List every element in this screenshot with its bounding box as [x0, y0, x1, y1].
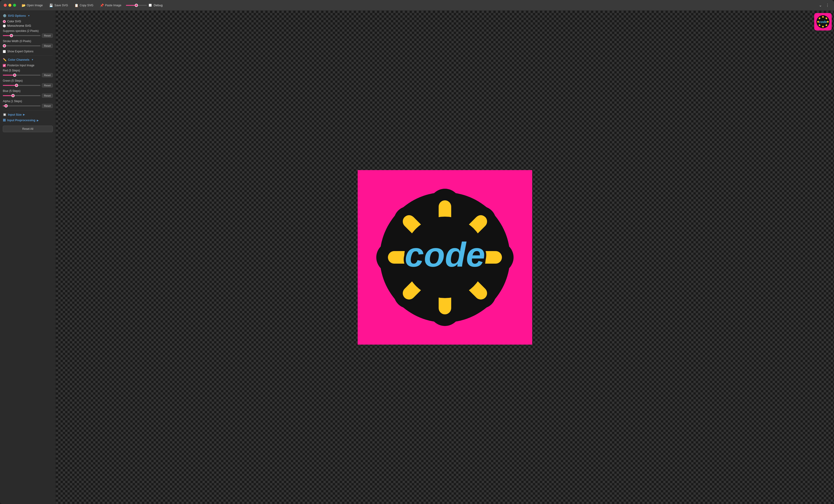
color-channels-header[interactable]: ✏️ Color Channels ▼: [3, 58, 53, 61]
paste-image-label: Paste Image: [105, 4, 121, 7]
color-channels-chevron: ▼: [31, 59, 34, 61]
stroke-width-reset-button[interactable]: Reset: [42, 44, 53, 48]
svg-options-label: SVG Options: [8, 14, 26, 18]
maximize-button[interactable]: [13, 4, 16, 7]
input-preprocessing-chevron: ▶: [37, 119, 39, 122]
stroke-width-slider[interactable]: [3, 45, 41, 46]
input-preprocessing-header[interactable]: 🖼 Input Preprocessing ▶: [3, 119, 53, 122]
save-svg-button[interactable]: 💾 Save SVG: [47, 3, 70, 8]
suppress-speckles-reset-button[interactable]: Reset: [42, 34, 53, 38]
save-svg-icon: 💾: [49, 3, 53, 7]
suppress-speckles-row: Reset: [3, 34, 53, 38]
input-preprocessing-label: Input Preprocessing: [7, 119, 35, 122]
debug-label: Debug: [154, 3, 162, 7]
stroke-width-row: Reset: [3, 44, 53, 48]
blue-row: Reset: [3, 93, 53, 98]
thumbnail: code: [814, 13, 832, 30]
show-expert-options-checkbox[interactable]: [3, 50, 6, 53]
close-button[interactable]: [4, 4, 7, 7]
green-row: Reset: [3, 83, 53, 87]
show-expert-options-label: Show Expert Options: [7, 50, 34, 53]
traffic-lights: [4, 4, 16, 7]
save-svg-label: Save SVG: [54, 4, 68, 7]
alpha-reset-button[interactable]: Reset: [42, 104, 53, 108]
suppress-speckles-slider[interactable]: [3, 35, 41, 36]
reset-all-button[interactable]: Reset All: [3, 126, 53, 132]
red-row: Reset: [3, 73, 53, 77]
blue-label: Blue (5 Steps): [3, 89, 53, 93]
main-content: ⚙️ SVG Options ▼ Color SVG Monochrome SV…: [0, 11, 834, 504]
open-image-button[interactable]: 📂 Open Image: [20, 3, 45, 8]
green-reset-button[interactable]: Reset: [42, 83, 53, 87]
sidebar: ⚙️ SVG Options ▼ Color SVG Monochrome SV…: [0, 11, 56, 504]
alpha-label: Alpha (1 Steps): [3, 100, 53, 103]
svg-text:code: code: [819, 20, 827, 24]
color-svg-label: Color SVG: [7, 20, 21, 23]
input-preprocessing-icon: 🖼: [3, 119, 6, 122]
copy-svg-label: Copy SVG: [80, 4, 93, 7]
blue-slider[interactable]: [3, 95, 41, 96]
titlebar: 📂 Open Image 💾 Save SVG 📋 Copy SVG 📌 Pas…: [0, 0, 834, 11]
copy-svg-icon: 📋: [74, 3, 78, 7]
alpha-slider[interactable]: [3, 105, 41, 106]
input-size-chevron: ▶: [23, 113, 25, 116]
red-reset-button[interactable]: Reset: [42, 73, 53, 77]
canvas-image: code code code: [358, 170, 532, 345]
paste-image-button[interactable]: 📌 Paste Image: [98, 3, 123, 8]
collapse-button[interactable]: ⌄: [818, 2, 823, 8]
alpha-row: Reset: [3, 104, 53, 108]
debug-area: Debug: [126, 3, 162, 7]
debug-slider[interactable]: [126, 5, 147, 6]
main-window: 📂 Open Image 💾 Save SVG 📋 Copy SVG 📌 Pas…: [0, 0, 834, 504]
color-svg-radio[interactable]: [3, 20, 6, 23]
debug-checkbox[interactable]: [149, 4, 152, 7]
svg-options-header[interactable]: ⚙️ SVG Options ▼: [3, 14, 53, 18]
red-label: Red (5 Steps): [3, 69, 53, 72]
red-slider[interactable]: [3, 75, 41, 75]
monochrome-svg-label: Monochrome SVG: [7, 24, 31, 27]
svg-options-chevron: ▼: [28, 15, 30, 17]
menu-button[interactable]: ⋮: [825, 2, 830, 8]
green-slider[interactable]: [3, 85, 41, 86]
open-image-icon: 📂: [22, 3, 25, 7]
show-expert-options-row[interactable]: Show Expert Options: [3, 50, 53, 53]
posterize-checkbox[interactable]: [3, 64, 6, 67]
paste-image-icon: 📌: [100, 3, 104, 7]
posterize-row[interactable]: Posterize Input Image: [3, 64, 53, 67]
suppress-speckles-label: Suppress speckles (2 Pixels): [3, 29, 53, 32]
blue-reset-button[interactable]: Reset: [42, 93, 53, 98]
green-label: Green (5 Steps): [3, 79, 53, 82]
color-channels-label: Color Channels: [8, 58, 29, 61]
divider-2: [3, 110, 53, 111]
input-size-icon: 🔲: [3, 113, 6, 116]
color-channels-icon: ✏️: [3, 58, 6, 61]
copy-svg-button[interactable]: 📋 Copy SVG: [72, 3, 95, 8]
open-image-label: Open Image: [27, 4, 43, 7]
svg-text:code: code: [405, 236, 485, 274]
stroke-width-label: Stroke Width (0 Pixels): [3, 40, 53, 43]
svg-options-icon: ⚙️: [3, 14, 6, 18]
monochrome-svg-radio[interactable]: [3, 24, 6, 27]
posterize-label: Posterize Input Image: [7, 64, 35, 67]
input-size-header[interactable]: 🔲 Input Size ▶: [3, 113, 53, 116]
svg-type-radio-group: Color SVG Monochrome SVG: [3, 20, 53, 27]
canvas-area: code code code code: [56, 11, 834, 504]
monochrome-svg-option[interactable]: Monochrome SVG: [3, 24, 53, 27]
titlebar-controls: ⌄ ⋮: [818, 2, 830, 8]
color-svg-option[interactable]: Color SVG: [3, 20, 53, 23]
minimize-button[interactable]: [8, 4, 12, 7]
input-size-label: Input Size: [8, 113, 22, 116]
